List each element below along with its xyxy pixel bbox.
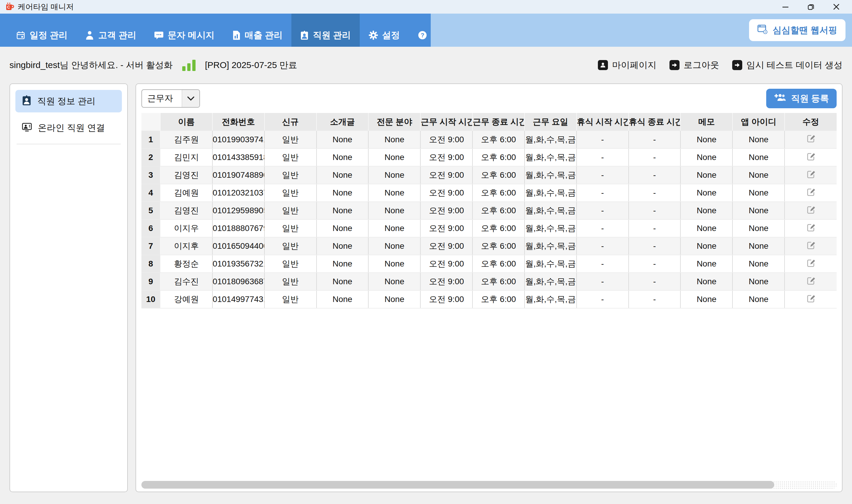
scrollbar-thumb[interactable] (141, 481, 774, 489)
edit-icon[interactable] (806, 241, 815, 250)
cell-type: 일반 (265, 202, 316, 219)
close-button[interactable] (823, 0, 849, 14)
edit-cell (784, 166, 837, 184)
tab-label: 매출 관리 (244, 29, 283, 41)
profile-icon (598, 60, 608, 70)
generate-data-icon (732, 60, 742, 70)
column-header: 휴식 종료 시간 (629, 113, 681, 131)
tab-settings[interactable]: 설정 (360, 14, 409, 47)
cell-name: 이지우 (160, 219, 213, 237)
tab-sales[interactable]: 매출 관리 (223, 14, 291, 47)
cell-intro: None (316, 237, 368, 255)
main-navigation: 일정 관리 고객 관리 문자 메시지 매출 (0, 14, 852, 47)
column-header: 근무 요일 (525, 113, 577, 131)
column-header: 신규 (265, 113, 316, 131)
cell-type: 일반 (265, 255, 316, 273)
cell-intro: None (316, 166, 368, 184)
sidebar-item-online-employee[interactable]: 온라인 직원 연결 (15, 116, 122, 139)
horizontal-scrollbar[interactable] (141, 481, 837, 489)
generate-test-data-link[interactable]: 임시 테스트 데이터 생성 (732, 59, 842, 71)
edit-icon[interactable] (806, 223, 815, 232)
cell-app_id: None (732, 148, 784, 166)
edit-icon[interactable] (806, 205, 815, 214)
cell-work_start: 오전 9:00 (420, 148, 472, 166)
cell-work_start: 오전 9:00 (420, 166, 472, 184)
tab-label: 문자 메시지 (168, 29, 215, 41)
row-number: 10 (141, 290, 160, 308)
cell-memo: None (681, 237, 732, 255)
table-row: 8황정순010193567321일반NoneNone오전 9:00오후 6:00… (141, 255, 837, 273)
employee-panel: 근무자 직원 등록 이름전화번호신규소개글전문 분야근무 시작 시간근무 종료 … (135, 84, 842, 492)
cell-type: 일반 (265, 184, 316, 202)
edit-icon[interactable] (806, 187, 815, 196)
minimize-button[interactable] (773, 0, 798, 14)
edit-icon[interactable] (806, 134, 815, 143)
cell-app_id: None (732, 255, 784, 273)
greeting-text: singbird_test님 안녕하세요. - 서버 활성화 (10, 59, 173, 71)
row-number: 2 (141, 148, 160, 166)
my-page-link[interactable]: 마이페이지 (598, 59, 656, 71)
cell-phone: 010129598905 (213, 202, 265, 219)
cell-type: 일반 (265, 131, 316, 148)
restore-button[interactable] (798, 0, 823, 14)
column-header: 소개글 (316, 113, 368, 131)
table-row: 7이지후010165094400일반NoneNone오전 9:00오후 6:00… (141, 237, 837, 255)
cell-specialty: None (368, 255, 420, 273)
register-employee-button[interactable]: 직원 등록 (766, 89, 837, 108)
worker-filter-select[interactable]: 근무자 (141, 89, 200, 108)
cell-break_end: - (629, 184, 681, 202)
cell-type: 일반 (265, 219, 316, 237)
cell-phone: 010188807679 (213, 219, 265, 237)
svg-text:?: ? (421, 32, 424, 38)
cell-work_start: 오전 9:00 (420, 184, 472, 202)
row-number: 7 (141, 237, 160, 255)
edit-icon[interactable] (806, 152, 815, 161)
column-header: 메모 (681, 113, 732, 131)
cell-memo: None (681, 184, 732, 202)
edit-icon[interactable] (806, 258, 815, 267)
cell-work_days: 월,화,수,목,금 (525, 273, 577, 290)
row-number: 9 (141, 273, 160, 290)
cell-break_end: - (629, 273, 681, 290)
column-header: 수정 (784, 113, 837, 131)
cell-memo: None (681, 290, 732, 308)
edit-cell (784, 290, 837, 308)
cell-specialty: None (368, 237, 420, 255)
cell-break_end: - (629, 148, 681, 166)
tab-employees[interactable]: 직원 관리 (291, 14, 359, 47)
web-surfing-button[interactable]: 심심할땐 웹서핑 (749, 19, 846, 41)
sidebar-item-employee-info[interactable]: 직원 정보 관리 (15, 90, 122, 112)
nav-tabs: 일정 관리 고객 관리 문자 메시지 매출 (0, 14, 431, 47)
column-header: 전화번호 (213, 113, 265, 131)
cell-phone: 010190748890 (213, 166, 265, 184)
cell-intro: None (316, 219, 368, 237)
edit-cell (784, 255, 837, 273)
svg-text:C: C (7, 5, 10, 10)
cell-memo: None (681, 255, 732, 273)
edit-icon[interactable] (806, 294, 815, 303)
nav-right-section: 심심할땐 웹서핑 (431, 14, 852, 47)
cell-break_start: - (577, 290, 629, 308)
edit-cell (784, 237, 837, 255)
tab-customers[interactable]: 고객 관리 (76, 14, 145, 47)
cell-break_end: - (629, 166, 681, 184)
edit-icon[interactable] (806, 170, 815, 179)
id-badge-icon (300, 31, 309, 40)
plan-expiry-text: [PRO] 2025-07-25 만료 (205, 59, 297, 71)
cell-phone: 010199039741 (213, 131, 265, 148)
cell-name: 강예원 (160, 290, 213, 308)
tab-label: 설정 (382, 29, 400, 41)
cell-specialty: None (368, 131, 420, 148)
edit-icon[interactable] (806, 276, 815, 285)
cell-type: 일반 (265, 237, 316, 255)
edit-cell (784, 184, 837, 202)
column-header: 휴식 시작 시간 (577, 113, 629, 131)
table-row: 6이지우010188807679일반NoneNone오전 9:00오후 6:00… (141, 219, 837, 237)
logout-link[interactable]: 로그아웃 (669, 59, 719, 71)
row-number: 8 (141, 255, 160, 273)
cell-memo: None (681, 166, 732, 184)
cell-type: 일반 (265, 273, 316, 290)
tab-schedule[interactable]: 일정 관리 (7, 14, 76, 47)
tab-messages[interactable]: 문자 메시지 (145, 14, 223, 47)
cell-name: 김영진 (160, 202, 213, 219)
